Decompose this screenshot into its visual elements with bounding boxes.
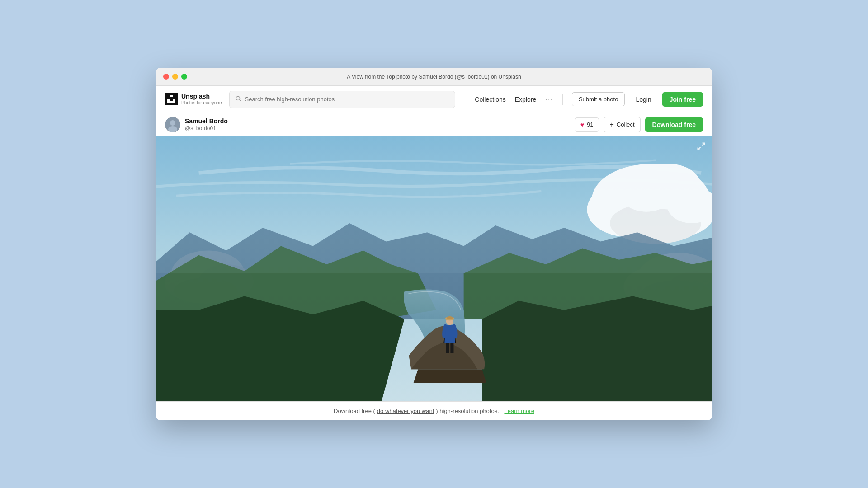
- like-count: 91: [587, 121, 593, 128]
- page-title: A View from the Top photo by Samuel Bord…: [347, 74, 521, 80]
- logo-brand: Unsplash: [181, 93, 222, 100]
- download-button[interactable]: Download free: [645, 117, 703, 132]
- logo-icon: [165, 93, 178, 105]
- svg-rect-21: [446, 343, 449, 353]
- nav-explore[interactable]: Explore: [515, 96, 536, 103]
- photographer[interactable]: Samuel Bordo @s_bordo01: [165, 117, 228, 132]
- footer-bar: Download free ( do whatever you want ) h…: [156, 401, 712, 420]
- svg-point-25: [447, 316, 453, 319]
- traffic-lights: [163, 74, 187, 80]
- avatar: [165, 117, 180, 132]
- browser-window: A View from the Top photo by Samuel Bord…: [156, 68, 712, 420]
- expand-icon[interactable]: [697, 142, 706, 153]
- nav-divider: [562, 94, 563, 105]
- nav-links: Collections Explore ··· Submit a photo L…: [475, 92, 703, 107]
- navbar: Unsplash Photos for everyone Collections…: [156, 86, 712, 113]
- nav-more[interactable]: ···: [545, 96, 553, 103]
- collect-button[interactable]: + Collect: [604, 117, 640, 132]
- search-bar[interactable]: [229, 91, 455, 108]
- logo-tagline: Photos for everyone: [181, 100, 222, 106]
- nav-collections[interactable]: Collections: [475, 96, 505, 103]
- photographer-info: Samuel Bordo @s_bordo01: [185, 117, 228, 132]
- login-button[interactable]: Login: [634, 96, 653, 103]
- logo-text: Unsplash Photos for everyone: [181, 93, 222, 106]
- photographer-name: Samuel Bordo: [185, 117, 228, 125]
- photographer-handle: @s_bordo01: [185, 125, 228, 132]
- submit-photo-button[interactable]: Submit a photo: [572, 92, 625, 106]
- footer-text-before: Download free (: [334, 408, 375, 414]
- heart-icon: ♥: [580, 121, 584, 128]
- photo-svg: [156, 136, 712, 401]
- svg-point-4: [168, 126, 177, 132]
- collect-label: Collect: [617, 121, 635, 128]
- close-button[interactable]: [163, 74, 169, 80]
- title-bar: A View from the Top photo by Samuel Bord…: [156, 68, 712, 86]
- svg-line-1: [239, 100, 241, 101]
- search-input[interactable]: [245, 96, 449, 103]
- footer-license-link[interactable]: do whatever you want: [377, 408, 434, 414]
- photo-area: [156, 136, 712, 401]
- svg-rect-22: [450, 343, 453, 353]
- svg-rect-26: [156, 136, 712, 273]
- plus-icon: +: [609, 121, 613, 129]
- avatar-image: [165, 117, 180, 132]
- svg-point-0: [236, 96, 240, 100]
- join-button[interactable]: Join free: [662, 92, 703, 107]
- photo-actions: ♥ 91 + Collect Download free: [575, 117, 703, 132]
- svg-point-3: [170, 120, 175, 126]
- photo-bar: Samuel Bordo @s_bordo01 ♥ 91 + Collect D…: [156, 113, 712, 136]
- footer-text-middle: ) high-resolution photos.: [436, 408, 499, 414]
- search-icon: [235, 95, 241, 103]
- minimize-button[interactable]: [172, 74, 178, 80]
- footer-learn-more-link[interactable]: Learn more: [504, 408, 534, 414]
- maximize-button[interactable]: [181, 74, 187, 80]
- logo[interactable]: Unsplash Photos for everyone: [165, 93, 222, 106]
- footer-space: [501, 408, 503, 414]
- unsplash-logo-svg: [167, 95, 175, 103]
- like-button[interactable]: ♥ 91: [575, 117, 599, 132]
- browser-content: Unsplash Photos for everyone Collections…: [156, 86, 712, 420]
